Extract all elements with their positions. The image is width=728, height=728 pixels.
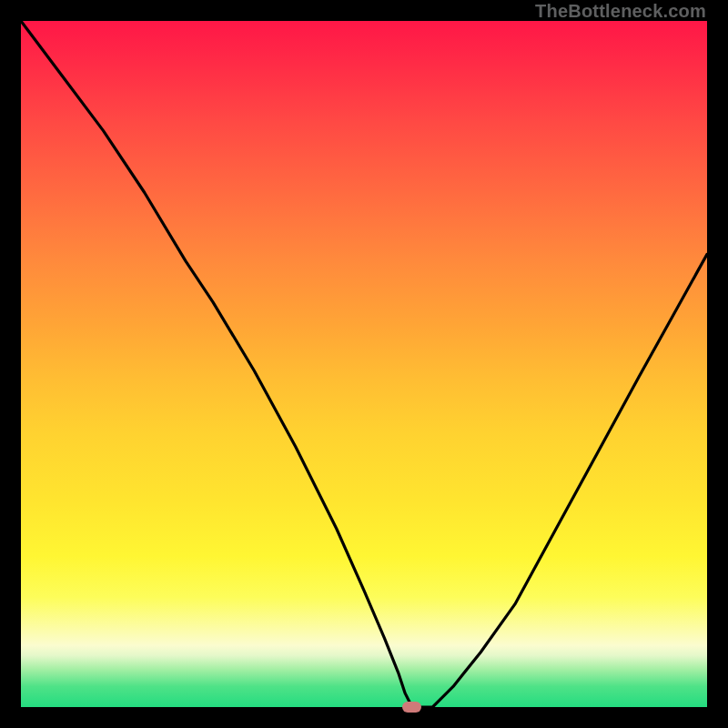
plot-area — [21, 21, 707, 707]
minimum-marker — [402, 702, 421, 713]
chart-frame: TheBottleneck.com — [0, 0, 728, 728]
watermark-text: TheBottleneck.com — [535, 1, 706, 22]
curve-path — [21, 21, 707, 707]
bottleneck-curve — [21, 21, 707, 707]
